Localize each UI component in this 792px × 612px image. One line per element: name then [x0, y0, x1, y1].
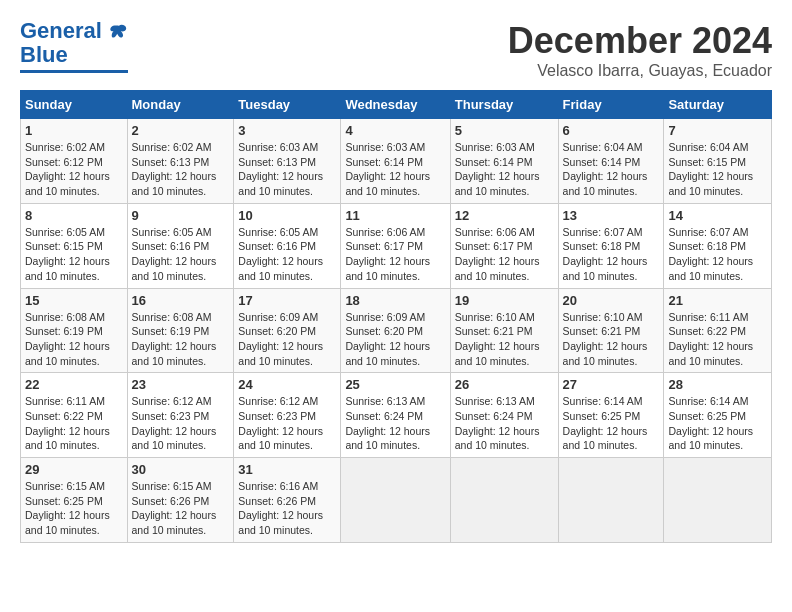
day-number: 14 [668, 208, 767, 223]
title-block: December 2024 Velasco Ibarra, Guayas, Ec… [508, 20, 772, 80]
week-row-2: 8 Sunrise: 6:05 AMSunset: 6:15 PMDayligh… [21, 203, 772, 288]
header-sunday: Sunday [21, 91, 128, 119]
day-number: 15 [25, 293, 123, 308]
day-cell: 6 Sunrise: 6:04 AMSunset: 6:14 PMDayligh… [558, 119, 664, 204]
day-number: 20 [563, 293, 660, 308]
day-cell: 24 Sunrise: 6:12 AMSunset: 6:23 PMDaylig… [234, 373, 341, 458]
day-info: Sunrise: 6:14 AMSunset: 6:25 PMDaylight:… [563, 394, 660, 453]
header-saturday: Saturday [664, 91, 772, 119]
day-cell: 12 Sunrise: 6:06 AMSunset: 6:17 PMDaylig… [450, 203, 558, 288]
day-cell: 31 Sunrise: 6:16 AMSunset: 6:26 PMDaylig… [234, 458, 341, 543]
day-number: 11 [345, 208, 445, 223]
day-info: Sunrise: 6:10 AMSunset: 6:21 PMDaylight:… [563, 310, 660, 369]
day-info: Sunrise: 6:07 AMSunset: 6:18 PMDaylight:… [668, 225, 767, 284]
day-number: 25 [345, 377, 445, 392]
day-info: Sunrise: 6:07 AMSunset: 6:18 PMDaylight:… [563, 225, 660, 284]
day-info: Sunrise: 6:15 AMSunset: 6:25 PMDaylight:… [25, 479, 123, 538]
day-cell: 17 Sunrise: 6:09 AMSunset: 6:20 PMDaylig… [234, 288, 341, 373]
day-info: Sunrise: 6:15 AMSunset: 6:26 PMDaylight:… [132, 479, 230, 538]
day-info: Sunrise: 6:13 AMSunset: 6:24 PMDaylight:… [345, 394, 445, 453]
day-number: 3 [238, 123, 336, 138]
day-number: 17 [238, 293, 336, 308]
day-cell: 11 Sunrise: 6:06 AMSunset: 6:17 PMDaylig… [341, 203, 450, 288]
day-info: Sunrise: 6:14 AMSunset: 6:25 PMDaylight:… [668, 394, 767, 453]
calendar-table: SundayMondayTuesdayWednesdayThursdayFrid… [20, 90, 772, 543]
day-info: Sunrise: 6:12 AMSunset: 6:23 PMDaylight:… [132, 394, 230, 453]
logo-text: General [20, 20, 128, 42]
day-info: Sunrise: 6:05 AMSunset: 6:16 PMDaylight:… [238, 225, 336, 284]
day-info: Sunrise: 6:02 AMSunset: 6:13 PMDaylight:… [132, 140, 230, 199]
day-info: Sunrise: 6:06 AMSunset: 6:17 PMDaylight:… [455, 225, 554, 284]
day-cell [664, 458, 772, 543]
day-info: Sunrise: 6:11 AMSunset: 6:22 PMDaylight:… [668, 310, 767, 369]
day-number: 5 [455, 123, 554, 138]
day-number: 21 [668, 293, 767, 308]
day-info: Sunrise: 6:16 AMSunset: 6:26 PMDaylight:… [238, 479, 336, 538]
header-friday: Friday [558, 91, 664, 119]
day-cell [558, 458, 664, 543]
day-cell: 26 Sunrise: 6:13 AMSunset: 6:24 PMDaylig… [450, 373, 558, 458]
header-wednesday: Wednesday [341, 91, 450, 119]
day-info: Sunrise: 6:11 AMSunset: 6:22 PMDaylight:… [25, 394, 123, 453]
day-number: 13 [563, 208, 660, 223]
day-info: Sunrise: 6:04 AMSunset: 6:14 PMDaylight:… [563, 140, 660, 199]
logo: General Blue [20, 20, 128, 73]
day-number: 12 [455, 208, 554, 223]
day-number: 2 [132, 123, 230, 138]
day-cell: 10 Sunrise: 6:05 AMSunset: 6:16 PMDaylig… [234, 203, 341, 288]
logo-blue: Blue [20, 42, 68, 68]
day-info: Sunrise: 6:05 AMSunset: 6:16 PMDaylight:… [132, 225, 230, 284]
day-number: 26 [455, 377, 554, 392]
day-cell: 4 Sunrise: 6:03 AMSunset: 6:14 PMDayligh… [341, 119, 450, 204]
day-cell: 22 Sunrise: 6:11 AMSunset: 6:22 PMDaylig… [21, 373, 128, 458]
day-cell: 19 Sunrise: 6:10 AMSunset: 6:21 PMDaylig… [450, 288, 558, 373]
week-row-3: 15 Sunrise: 6:08 AMSunset: 6:19 PMDaylig… [21, 288, 772, 373]
day-info: Sunrise: 6:12 AMSunset: 6:23 PMDaylight:… [238, 394, 336, 453]
day-cell: 3 Sunrise: 6:03 AMSunset: 6:13 PMDayligh… [234, 119, 341, 204]
day-cell: 21 Sunrise: 6:11 AMSunset: 6:22 PMDaylig… [664, 288, 772, 373]
day-cell: 23 Sunrise: 6:12 AMSunset: 6:23 PMDaylig… [127, 373, 234, 458]
day-cell: 8 Sunrise: 6:05 AMSunset: 6:15 PMDayligh… [21, 203, 128, 288]
day-info: Sunrise: 6:13 AMSunset: 6:24 PMDaylight:… [455, 394, 554, 453]
day-cell: 25 Sunrise: 6:13 AMSunset: 6:24 PMDaylig… [341, 373, 450, 458]
week-row-5: 29 Sunrise: 6:15 AMSunset: 6:25 PMDaylig… [21, 458, 772, 543]
day-cell: 13 Sunrise: 6:07 AMSunset: 6:18 PMDaylig… [558, 203, 664, 288]
calendar-header-row: SundayMondayTuesdayWednesdayThursdayFrid… [21, 91, 772, 119]
day-info: Sunrise: 6:04 AMSunset: 6:15 PMDaylight:… [668, 140, 767, 199]
day-number: 6 [563, 123, 660, 138]
header-tuesday: Tuesday [234, 91, 341, 119]
day-cell: 29 Sunrise: 6:15 AMSunset: 6:25 PMDaylig… [21, 458, 128, 543]
header-thursday: Thursday [450, 91, 558, 119]
day-number: 7 [668, 123, 767, 138]
day-number: 16 [132, 293, 230, 308]
day-number: 28 [668, 377, 767, 392]
calendar-body: 1 Sunrise: 6:02 AMSunset: 6:12 PMDayligh… [21, 119, 772, 543]
day-number: 18 [345, 293, 445, 308]
day-number: 22 [25, 377, 123, 392]
day-cell [341, 458, 450, 543]
calendar-subtitle: Velasco Ibarra, Guayas, Ecuador [508, 62, 772, 80]
day-cell: 30 Sunrise: 6:15 AMSunset: 6:26 PMDaylig… [127, 458, 234, 543]
day-cell: 28 Sunrise: 6:14 AMSunset: 6:25 PMDaylig… [664, 373, 772, 458]
day-info: Sunrise: 6:09 AMSunset: 6:20 PMDaylight:… [238, 310, 336, 369]
day-number: 31 [238, 462, 336, 477]
day-info: Sunrise: 6:05 AMSunset: 6:15 PMDaylight:… [25, 225, 123, 284]
day-number: 10 [238, 208, 336, 223]
day-info: Sunrise: 6:03 AMSunset: 6:14 PMDaylight:… [455, 140, 554, 199]
day-info: Sunrise: 6:08 AMSunset: 6:19 PMDaylight:… [132, 310, 230, 369]
page-header: General Blue December 2024 Velasco Ibarr… [20, 20, 772, 80]
day-info: Sunrise: 6:03 AMSunset: 6:13 PMDaylight:… [238, 140, 336, 199]
day-info: Sunrise: 6:10 AMSunset: 6:21 PMDaylight:… [455, 310, 554, 369]
day-info: Sunrise: 6:06 AMSunset: 6:17 PMDaylight:… [345, 225, 445, 284]
day-number: 24 [238, 377, 336, 392]
day-info: Sunrise: 6:03 AMSunset: 6:14 PMDaylight:… [345, 140, 445, 199]
day-info: Sunrise: 6:02 AMSunset: 6:12 PMDaylight:… [25, 140, 123, 199]
day-number: 9 [132, 208, 230, 223]
day-number: 23 [132, 377, 230, 392]
day-info: Sunrise: 6:09 AMSunset: 6:20 PMDaylight:… [345, 310, 445, 369]
day-number: 8 [25, 208, 123, 223]
day-cell: 14 Sunrise: 6:07 AMSunset: 6:18 PMDaylig… [664, 203, 772, 288]
day-cell: 27 Sunrise: 6:14 AMSunset: 6:25 PMDaylig… [558, 373, 664, 458]
day-number: 29 [25, 462, 123, 477]
header-monday: Monday [127, 91, 234, 119]
